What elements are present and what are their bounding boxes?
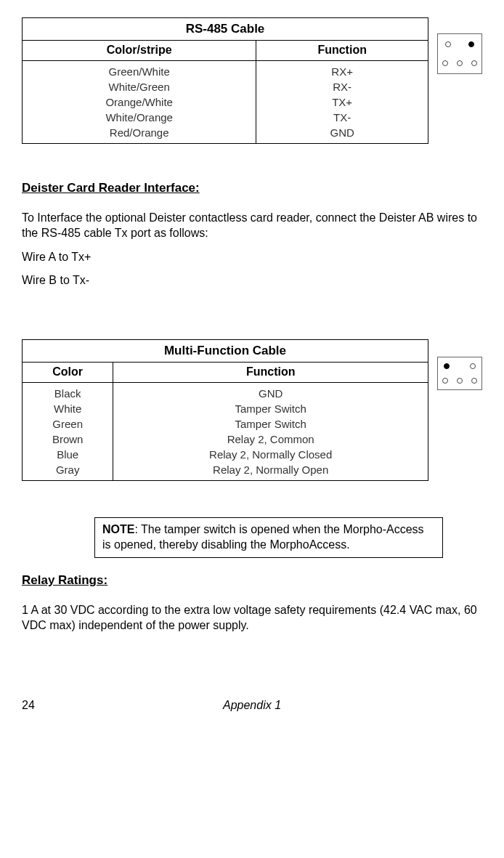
- pin-icon: [445, 41, 451, 47]
- paragraph: Wire B to Tx-: [22, 273, 482, 288]
- table-row-value: Tamper Switch: [116, 401, 425, 416]
- pin-filled-icon: [444, 363, 450, 369]
- table-row-value: TX-: [259, 110, 425, 125]
- table-header: Color: [23, 363, 113, 383]
- table-header: Color/stripe: [23, 41, 256, 61]
- note-label: NOTE: [102, 523, 134, 535]
- table-row-value: White: [25, 401, 110, 416]
- table-row-value: White/Orange: [25, 110, 253, 125]
- table-row-value: Black: [25, 386, 110, 401]
- note-text: : The tamper switch is opened when the M…: [102, 523, 424, 551]
- table-row-value: White/Green: [25, 79, 253, 94]
- table-row-value: Tamper Switch: [116, 416, 425, 432]
- section-heading-relay: Relay Ratings:: [22, 572, 482, 588]
- table-header: Function: [256, 41, 428, 61]
- paragraph: 1 A at 30 VDC according to the extra low…: [22, 603, 482, 634]
- pin-icon: [442, 378, 448, 384]
- table-row-value: Green: [25, 416, 110, 432]
- footer-appendix: Appendix 1: [51, 698, 453, 713]
- paragraph: Wire A to Tx+: [22, 250, 482, 265]
- table-row-value: GND: [259, 125, 425, 140]
- table-row-value: Red/Orange: [25, 125, 253, 140]
- table-row-value: Brown: [25, 432, 110, 447]
- pin-icon: [442, 60, 448, 66]
- table-row-value: Relay 2, Common: [116, 432, 425, 447]
- rs485-cable-table: RS-485 Cable Color/stripe Function Green…: [22, 17, 428, 144]
- table-row-value: RX+: [259, 64, 425, 79]
- table-cell: RX+ RX- TX+ TX- GND: [256, 60, 428, 143]
- table-row-value: Relay 2, Normally Closed: [116, 447, 425, 462]
- connector-diagram-rs485: [437, 33, 482, 74]
- note-box: NOTE: The tamper switch is opened when t…: [94, 517, 443, 558]
- table-cell: GND Tamper Switch Tamper Switch Relay 2,…: [113, 383, 428, 481]
- multi-function-cable-table: Multi-Function Cable Color Function Blac…: [22, 339, 428, 481]
- rs485-table-row: RS-485 Cable Color/stripe Function Green…: [22, 17, 482, 144]
- paragraph: To Interface the optional Deister contac…: [22, 211, 482, 241]
- table-row-value: TX+: [259, 94, 425, 110]
- page-footer: 24 Appendix 1: [22, 698, 482, 713]
- table-title: RS-485 Cable: [23, 18, 428, 41]
- page-number: 24: [22, 698, 51, 713]
- connector-diagram-multi: [437, 357, 482, 390]
- table-row-value: Gray: [25, 462, 110, 477]
- table-row-value: Green/White: [25, 64, 253, 79]
- table-row-value: Orange/White: [25, 94, 253, 110]
- table-row-value: GND: [116, 386, 425, 401]
- table-title: Multi-Function Cable: [23, 340, 428, 363]
- pin-icon: [457, 378, 463, 384]
- pin-icon: [471, 60, 477, 66]
- pin-icon: [471, 378, 477, 384]
- pin-icon: [457, 60, 463, 66]
- table-cell: Black White Green Brown Blue Gray: [23, 383, 113, 481]
- table-cell: Green/White White/Green Orange/White Whi…: [23, 60, 256, 143]
- table-row-value: Relay 2, Normally Open: [116, 462, 425, 477]
- section-heading-deister: Deister Card Reader Interface:: [22, 180, 482, 196]
- table-row-value: RX-: [259, 79, 425, 94]
- pin-icon: [470, 363, 476, 369]
- table-header: Function: [113, 363, 428, 383]
- multi-function-table-row: Multi-Function Cable Color Function Blac…: [22, 339, 482, 481]
- pin-filled-icon: [468, 41, 474, 47]
- table-row-value: Blue: [25, 447, 110, 462]
